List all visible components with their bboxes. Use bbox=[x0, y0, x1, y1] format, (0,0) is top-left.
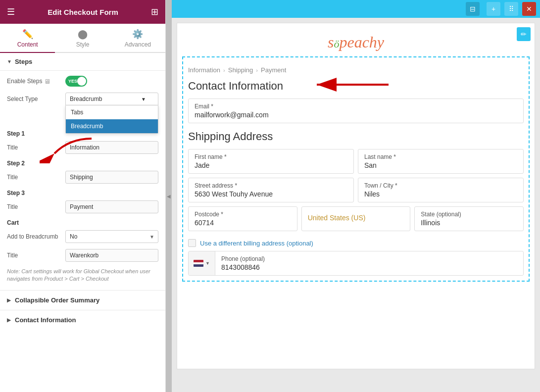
tab-content-label: Content bbox=[17, 41, 38, 48]
location-row: Postcode * 60714 United States (US) Stat… bbox=[188, 206, 524, 231]
steps-arrow-icon: ▼ bbox=[7, 59, 12, 64]
divider-handle[interactable]: ◀ bbox=[166, 0, 172, 392]
name-row: First name * Jade Last name * San bbox=[188, 149, 524, 174]
postcode-field: Postcode * 60714 bbox=[188, 206, 297, 231]
breadcrumb-payment: Payment bbox=[261, 66, 286, 74]
email-label: Email * bbox=[195, 103, 517, 110]
first-name-value: Jade bbox=[195, 161, 347, 169]
top-bar: ☰ Edit Checkout Form ⊞ bbox=[0, 0, 165, 24]
canvas-area: ✏ söpeachy Information › Shipping › Paym… bbox=[172, 18, 540, 392]
logo-area: söpeachy bbox=[177, 23, 535, 56]
content-icon: ✏️ bbox=[22, 29, 33, 40]
step1-title-input[interactable] bbox=[65, 141, 158, 154]
first-name-field: First name * Jade bbox=[188, 149, 354, 174]
street-field: Street address * 5630 West Touhy Avenue bbox=[188, 178, 354, 202]
address-row: Street address * 5630 West Touhy Avenue … bbox=[188, 178, 524, 202]
close-btn[interactable]: ✕ bbox=[522, 2, 536, 16]
tab-advanced-label: Advanced bbox=[125, 41, 151, 48]
phone-content: Phone (optional) 8143008846 bbox=[215, 251, 523, 275]
enable-steps-toggle[interactable]: YES bbox=[65, 76, 87, 87]
steps-section-header[interactable]: ▼ Steps bbox=[0, 53, 165, 71]
right-panel: ⊟ + ⠿ ✕ ✏ söpeachy Infor bbox=[172, 0, 540, 392]
edit-section-btn[interactable]: ✏ bbox=[517, 27, 531, 41]
tab-content[interactable]: ✏️ Content bbox=[0, 24, 55, 53]
collapsible-order-header[interactable]: ▶ Collapsible Order Summary bbox=[0, 291, 165, 310]
advanced-icon: ⚙️ bbox=[132, 29, 143, 40]
add-to-breadcrumb-select-input[interactable]: No Yes bbox=[65, 230, 158, 243]
last-name-value: San bbox=[364, 161, 517, 169]
tab-style[interactable]: ⬤ Style bbox=[55, 24, 110, 53]
page-content: ✏ söpeachy Information › Shipping › Paym… bbox=[177, 23, 535, 369]
drag-btn[interactable]: ⠿ bbox=[504, 2, 518, 16]
postcode-label: Postcode * bbox=[195, 211, 291, 218]
select-type-display[interactable]: Breadcrumb ▼ bbox=[65, 93, 158, 105]
grid-icon[interactable]: ⊞ bbox=[151, 6, 158, 17]
email-value: mailforwork@gmail.com bbox=[195, 111, 517, 119]
steps-label: Steps bbox=[15, 58, 32, 65]
select-type-label: Select Type bbox=[7, 96, 61, 102]
logo-so: sö bbox=[328, 33, 339, 51]
billing-label: Use a different billing address (optiona… bbox=[200, 240, 313, 247]
column-icon-btn[interactable]: ⊟ bbox=[466, 2, 480, 16]
toggle-knob bbox=[77, 77, 86, 86]
email-field-box: Email * mailforwork@gmail.com bbox=[188, 98, 524, 123]
phone-flag[interactable]: ▼ bbox=[189, 251, 215, 275]
collapsible-order-section: ▶ Collapsible Order Summary bbox=[0, 290, 165, 310]
last-name-label: Last name * bbox=[364, 153, 517, 160]
step1-title-label: Title bbox=[7, 144, 61, 151]
breadcrumb-nav: Information › Shipping › Payment bbox=[188, 62, 524, 80]
logo-peachy: peachy bbox=[339, 33, 384, 51]
last-name-field: Last name * San bbox=[358, 149, 524, 174]
right-toolbar: ⊟ + ⠿ ✕ bbox=[172, 0, 540, 18]
phone-label: Phone (optional) bbox=[221, 255, 517, 262]
cart-title-label: Title bbox=[7, 252, 61, 259]
dropdown-arrow-icon: ▼ bbox=[141, 97, 146, 102]
dots-icon: ⠿ bbox=[509, 5, 514, 13]
cart-title-row: Title bbox=[7, 249, 158, 262]
collapsible-order-label: Collapsible Order Summary bbox=[15, 296, 99, 304]
tab-advanced[interactable]: ⚙️ Advanced bbox=[110, 24, 165, 53]
style-icon: ⬤ bbox=[78, 29, 88, 40]
step2-title-row: Title bbox=[7, 171, 158, 184]
step2-title-input[interactable] bbox=[65, 171, 158, 184]
checkout-form-area: Information › Shipping › Payment bbox=[182, 56, 530, 282]
step1-title-row: Title bbox=[7, 141, 158, 154]
contact-info-section: ▶ Contact Information bbox=[0, 310, 165, 330]
contact-info-header[interactable]: ▶ Contact Information bbox=[0, 310, 165, 330]
street-label: Street address * bbox=[195, 182, 347, 189]
tabs-bar: ✏️ Content ⬤ Style ⚙️ Advanced bbox=[0, 24, 165, 53]
dropdown-option-breadcrumb[interactable]: Breadcrumb bbox=[66, 119, 158, 133]
cart-title-input[interactable] bbox=[65, 249, 158, 262]
country-field: United States (US) bbox=[301, 206, 411, 231]
add-to-breadcrumb-row: Add to Breadcrumb No Yes ▼ bbox=[7, 230, 158, 243]
country-value: United States (US) bbox=[308, 211, 404, 222]
breadcrumb-shipping: Shipping bbox=[228, 66, 253, 74]
street-value: 5630 West Touhy Avenue bbox=[195, 190, 347, 198]
toggle-yes-label: YES bbox=[68, 79, 77, 84]
state-field: State (optional) Illinois bbox=[414, 206, 524, 231]
billing-checkbox[interactable] bbox=[188, 239, 196, 247]
breadcrumb-sep-2: › bbox=[256, 67, 258, 73]
hamburger-icon[interactable]: ☰ bbox=[7, 6, 15, 17]
add-element-btn[interactable]: + bbox=[487, 2, 500, 16]
dropdown-options: Tabs Breadcrumb bbox=[65, 105, 158, 134]
contact-section-title: Contact Information bbox=[188, 80, 524, 93]
select-type-dropdown[interactable]: Breadcrumb ▼ Tabs Breadcrumb bbox=[65, 93, 158, 105]
phone-row: ▼ Phone (optional) 8143008846 bbox=[188, 251, 524, 276]
billing-checkbox-row: Use a different billing address (optiona… bbox=[188, 235, 524, 251]
step3-title-input[interactable] bbox=[65, 200, 158, 213]
phone-dropdown-arrow: ▼ bbox=[205, 261, 210, 266]
logo-text: söpeachy bbox=[177, 33, 535, 51]
panel-body: ▼ Steps Enable Steps 🖥 YES Select Type bbox=[0, 53, 165, 392]
dropdown-option-tabs[interactable]: Tabs bbox=[66, 105, 158, 119]
town-value: Niles bbox=[364, 190, 517, 198]
enable-steps-label: Enable Steps 🖥 bbox=[7, 78, 61, 85]
cart-note: Note: Cart settings will work for Global… bbox=[7, 268, 158, 283]
steps-section-body: Enable Steps 🖥 YES Select Type Breadcrum… bbox=[0, 71, 165, 290]
state-label: State (optional) bbox=[421, 211, 517, 218]
collapsible-order-arrow: ▶ bbox=[7, 297, 11, 303]
postcode-value: 60714 bbox=[195, 219, 291, 227]
add-to-breadcrumb-select[interactable]: No Yes ▼ bbox=[65, 230, 158, 243]
step2-title-label: Title bbox=[7, 174, 61, 181]
left-panel: ☰ Edit Checkout Form ⊞ ✏️ Content ⬤ Styl… bbox=[0, 0, 166, 392]
